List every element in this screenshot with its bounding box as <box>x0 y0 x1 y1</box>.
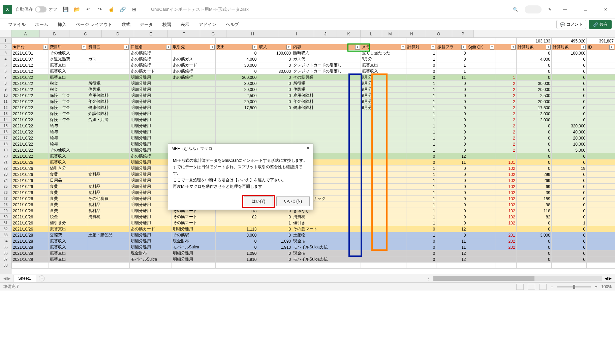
cell[interactable]: 2 <box>495 135 516 141</box>
cell[interactable] <box>467 62 495 68</box>
cell[interactable]: 12 <box>436 226 467 232</box>
cell[interactable]: 102 <box>495 202 516 208</box>
cell[interactable]: あの筋銀行 <box>129 62 172 68</box>
cell[interactable]: 0 <box>258 93 292 99</box>
cell[interactable] <box>587 208 615 214</box>
cell[interactable]: 2021/10/22 <box>12 147 49 153</box>
column-header[interactable]: C <box>69 30 102 37</box>
cell[interactable]: 0 <box>436 135 467 141</box>
cell[interactable]: 0 <box>436 141 467 147</box>
cell[interactable] <box>361 165 406 172</box>
cell[interactable]: 現金払 <box>292 238 361 244</box>
cell[interactable]: 2 <box>495 111 516 117</box>
row-number[interactable]: 21 <box>0 159 11 165</box>
cell[interactable] <box>216 123 258 129</box>
cell[interactable]: 所得税 <box>87 81 129 87</box>
sheet-nav[interactable]: ◀ ▶ <box>3 276 10 281</box>
cell[interactable]: 2 <box>495 105 516 111</box>
cell[interactable] <box>292 263 361 269</box>
cell[interactable]: 0 <box>436 117 467 123</box>
ribbon-tab[interactable]: ホーム <box>30 20 53 30</box>
cell[interactable] <box>87 50 129 56</box>
cell[interactable] <box>467 214 495 220</box>
cell[interactable]: 2021/10/22 <box>12 111 49 117</box>
row-number[interactable]: 20 <box>0 153 11 159</box>
row-number[interactable]: 37 <box>0 256 11 262</box>
cell[interactable]: 0 <box>516 141 551 147</box>
cell[interactable]: 2021/10/22 <box>12 135 49 141</box>
cell[interactable]: 明細分離用 <box>129 135 172 141</box>
cell[interactable]: 明細分離用 <box>129 196 172 202</box>
cell[interactable]: 1 <box>406 135 436 141</box>
cell[interactable]: 0 <box>516 250 551 256</box>
filter-dropdown-icon[interactable]: ▾ <box>210 45 215 50</box>
cell[interactable]: 1 <box>406 105 436 111</box>
cell[interactable] <box>587 263 615 269</box>
cell[interactable]: 所得税 <box>292 81 361 87</box>
cell[interactable] <box>87 38 129 44</box>
cell[interactable] <box>467 147 495 153</box>
cell[interactable]: 101 <box>495 159 516 165</box>
cell[interactable]: 0 <box>436 87 467 93</box>
cell[interactable]: 102 <box>495 184 516 190</box>
cell[interactable] <box>361 129 406 135</box>
cell[interactable]: 食料品 <box>87 184 129 190</box>
cell[interactable]: 2,000 <box>516 117 551 123</box>
cell[interactable]: 3,000 <box>516 111 551 117</box>
cell[interactable]: 2,500 <box>216 93 258 99</box>
cell[interactable]: 保険・年金 <box>49 111 87 117</box>
cell[interactable] <box>361 159 406 165</box>
cell[interactable]: 1 <box>258 220 292 226</box>
column-header[interactable]: P <box>452 30 474 37</box>
cell[interactable]: 102 <box>495 172 516 178</box>
cell[interactable]: 0 <box>516 62 551 68</box>
cell[interactable] <box>87 159 129 165</box>
cell[interactable]: 391,887 <box>587 38 615 44</box>
cell[interactable] <box>172 117 215 123</box>
row-number[interactable]: 3 <box>0 50 11 56</box>
minimize-button[interactable]: — <box>558 4 572 14</box>
cell[interactable]: 20,000 <box>216 99 258 105</box>
row-number[interactable]: 36 <box>0 250 11 256</box>
cell[interactable]: 明細分離用 <box>129 232 172 238</box>
filter-dropdown-icon[interactable]: ▾ <box>546 45 551 50</box>
cell[interactable]: 明細分離用 <box>129 208 172 214</box>
cell[interactable] <box>361 250 406 256</box>
cell[interactable]: 0 <box>436 208 467 214</box>
cell[interactable]: 明細分離用 <box>129 220 172 226</box>
table-header[interactable]: 収入▾ <box>258 44 292 50</box>
cell[interactable] <box>587 123 615 129</box>
cell[interactable]: 食料品 <box>87 190 129 196</box>
cell[interactable] <box>467 244 495 250</box>
cell[interactable] <box>361 141 406 147</box>
cell[interactable]: 495,020 <box>551 38 586 44</box>
cell[interactable]: 0 <box>551 153 586 159</box>
cell[interactable]: 1 <box>436 62 467 68</box>
cell[interactable]: 0 <box>551 99 586 105</box>
cell[interactable]: 0 <box>516 129 551 135</box>
link-icon[interactable]: 🔗 <box>119 6 126 13</box>
column-header[interactable]: D <box>102 30 134 37</box>
filter-dropdown-icon[interactable]: ▾ <box>431 45 435 50</box>
cell[interactable]: 1 <box>406 202 436 208</box>
cell[interactable] <box>129 263 172 269</box>
cell[interactable]: 0 <box>406 159 436 165</box>
cell[interactable] <box>587 202 615 208</box>
column-header[interactable]: M <box>382 30 398 37</box>
ribbon-tab[interactable]: ページ レイアウト <box>71 20 117 30</box>
cell[interactable]: 0 <box>258 232 292 238</box>
cell[interactable]: 1 <box>406 99 436 105</box>
row-number[interactable]: 9 <box>0 86 11 92</box>
cell[interactable] <box>587 178 615 184</box>
cell[interactable] <box>361 184 406 190</box>
cell[interactable]: 0 <box>436 147 467 153</box>
cell[interactable] <box>587 62 615 68</box>
cell[interactable] <box>587 220 615 226</box>
cell[interactable]: 0 <box>551 256 586 263</box>
cell[interactable]: 0 <box>551 111 586 117</box>
cell[interactable] <box>87 178 129 184</box>
row-number[interactable]: 14 <box>0 117 11 123</box>
cell[interactable] <box>587 232 615 238</box>
pen-icon[interactable]: ✎ <box>548 7 552 12</box>
dialog-yes-button[interactable]: はい(Y) <box>244 196 273 206</box>
